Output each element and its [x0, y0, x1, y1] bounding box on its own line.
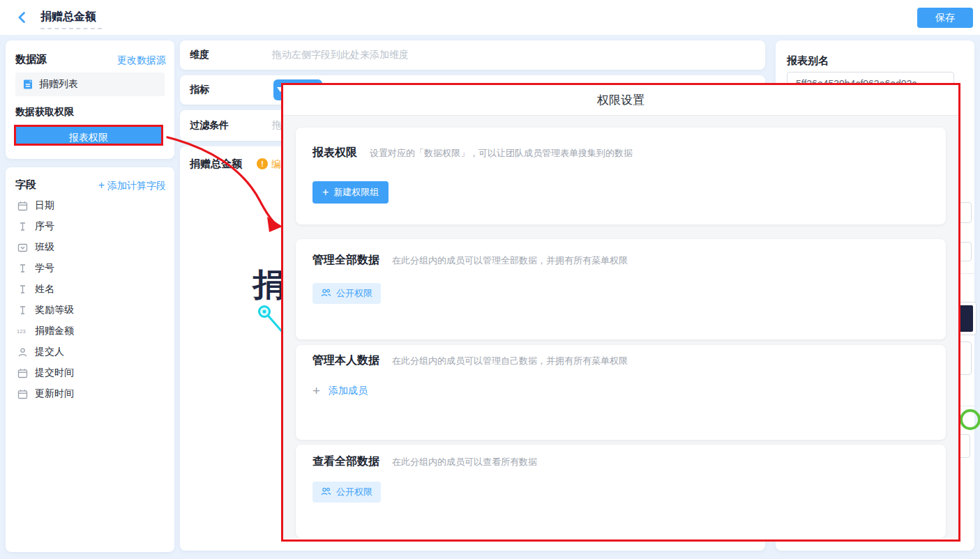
dimension-dropzone[interactable]: 拖动左侧字段到此处来添加维度 [272, 40, 409, 70]
manage-own-data-section: 管理本人数据 在此分组内的成员可以管理自己数据，并拥有所有菜单权限 + 添加成员 [296, 345, 946, 440]
section-description: 设置对应的「数据权限」，可以让团队成员管理表单搜集到的数据 [370, 147, 633, 160]
svg-text:123: 123 [17, 328, 26, 335]
data-access-title: 数据获取权限 [15, 106, 74, 118]
field-row-donation-amount[interactable]: 123 捐赠金额 [6, 321, 174, 342]
field-label: 更新时间 [35, 388, 74, 400]
report-permission-section: 报表权限 设置对应的「数据权限」，可以让团队成员管理表单搜集到的数据 +新建权限… [296, 128, 946, 224]
add-calc-field-link[interactable]: +添加计算字段 [98, 179, 166, 192]
warning-icon: ! [257, 158, 268, 169]
chevron-left-icon [15, 15, 29, 26]
public-permission-tag[interactable]: 公开权限 [312, 283, 381, 304]
text-icon [17, 284, 28, 295]
field-label: 奖励等级 [35, 304, 74, 316]
add-member-link[interactable]: + 添加成员 [312, 383, 368, 399]
permission-settings-modal: 权限设置 报表权限 设置对应的「数据权限」，可以让团队成员管理表单搜集到的数据 … [281, 83, 960, 542]
title-underline [40, 28, 102, 29]
new-permission-group-label: 新建权限组 [333, 186, 379, 199]
datasource-title: 数据源 [15, 53, 47, 66]
datasource-item-label: 捐赠列表 [39, 78, 78, 91]
dimension-label: 维度 [190, 40, 209, 70]
people-icon [321, 288, 331, 300]
calendar-icon [17, 368, 28, 378]
field-label: 学号 [35, 262, 54, 275]
edit-link[interactable]: 编 [271, 158, 281, 171]
section-heading: 报表权限 [312, 146, 357, 160]
text-icon [17, 305, 28, 316]
field-row-serial[interactable]: 序号 [6, 216, 174, 237]
report-permission-button[interactable]: 报表权限 [14, 125, 163, 146]
field-row-submit-time[interactable]: 提交时间 [6, 362, 174, 383]
field-row-update-time[interactable]: 更新时间 [6, 383, 174, 404]
field-row-name[interactable]: 姓名 [6, 279, 174, 300]
page-title: 捐赠总金额 [40, 10, 96, 24]
report-alias-label: 报表别名 [787, 54, 829, 68]
fields-panel: 字段 +添加计算字段 日期 序号 班级 学号 姓名 [6, 167, 174, 552]
public-permission-label: 公开权限 [336, 486, 372, 498]
section-description: 在此分组内的成员可以管理自己数据，并拥有所有菜单权限 [392, 355, 628, 367]
report-builder-page: 捐赠总金额 保存 数据源 更改数据源 捐赠列表 数据获取权限 报表权限 字段 +… [0, 0, 980, 559]
back-button[interactable] [15, 10, 29, 24]
manage-all-data-section: 管理全部数据 在此分组内的成员可以管理全部数据，并拥有所有菜单权限 公开权限 [296, 239, 946, 339]
field-label: 捐赠金额 [35, 325, 74, 337]
add-member-label: 添加成员 [329, 385, 368, 397]
field-list: 日期 序号 班级 学号 姓名 奖励等级 123 [6, 195, 174, 404]
people-icon [321, 487, 331, 498]
datasource-panel: 数据源 更改数据源 捐赠列表 数据获取权限 报表权限 [6, 40, 174, 159]
number-icon: 123 [17, 326, 28, 337]
user-icon [17, 347, 28, 358]
section-heading: 管理本人数据 [312, 353, 379, 368]
plus-icon: + [322, 186, 329, 199]
public-permission-tag[interactable]: 公开权限 [312, 482, 381, 503]
new-permission-group-button[interactable]: +新建权限组 [312, 181, 389, 204]
modal-body: 报表权限 设置对应的「数据权限」，可以让团队成员管理表单搜集到的数据 +新建权限… [283, 116, 958, 538]
field-label: 序号 [35, 220, 54, 233]
section-heading: 管理全部数据 [312, 253, 379, 268]
add-calc-field-label: 添加计算字段 [107, 180, 166, 191]
document-icon [22, 79, 33, 90]
filter-dropzone[interactable]: 拖 [272, 110, 282, 141]
section-description: 在此分组内的成员可以查看所有数据 [392, 456, 537, 468]
public-permission-label: 公开权限 [336, 287, 372, 300]
calendar-icon [17, 389, 28, 399]
modal-title: 权限设置 [283, 85, 958, 116]
change-datasource-link[interactable]: 更改数据源 [117, 54, 166, 67]
save-button[interactable]: 保存 [917, 8, 973, 28]
field-label: 提交时间 [35, 367, 74, 379]
dimension-row: 维度 拖动左侧字段到此处来添加维度 [180, 40, 765, 70]
select-icon [17, 243, 28, 253]
filter-label: 过滤条件 [190, 110, 229, 141]
topbar: 捐赠总金额 保存 [0, 0, 980, 35]
field-label: 班级 [35, 241, 54, 254]
field-label: 姓名 [35, 283, 54, 296]
field-label: 提交人 [35, 346, 64, 358]
metric-label: 指标 [190, 75, 209, 105]
field-row-date[interactable]: 日期 [6, 195, 174, 216]
field-label: 日期 [35, 199, 54, 212]
plus-icon: + [98, 179, 105, 191]
calendar-icon [17, 201, 28, 211]
view-all-data-section: 查看全部数据 在此分组内的成员可以查看所有数据 公开权限 [296, 445, 946, 538]
text-icon [17, 263, 28, 274]
field-row-student-id[interactable]: 学号 [6, 258, 174, 279]
plus-icon: + [312, 383, 320, 399]
field-row-reward-level[interactable]: 奖励等级 [6, 300, 174, 321]
metric-section-label: 捐赠总金额 [190, 158, 242, 171]
section-description: 在此分组内的成员可以管理全部数据，并拥有所有菜单权限 [392, 254, 628, 267]
section-heading: 查看全部数据 [312, 454, 379, 469]
field-row-class[interactable]: 班级 [6, 237, 174, 258]
fields-title: 字段 [15, 178, 36, 192]
datasource-item[interactable]: 捐赠列表 [15, 72, 165, 96]
field-row-submitter[interactable]: 提交人 [6, 342, 174, 362]
toggle-ring[interactable] [960, 409, 980, 430]
text-icon [17, 222, 28, 232]
